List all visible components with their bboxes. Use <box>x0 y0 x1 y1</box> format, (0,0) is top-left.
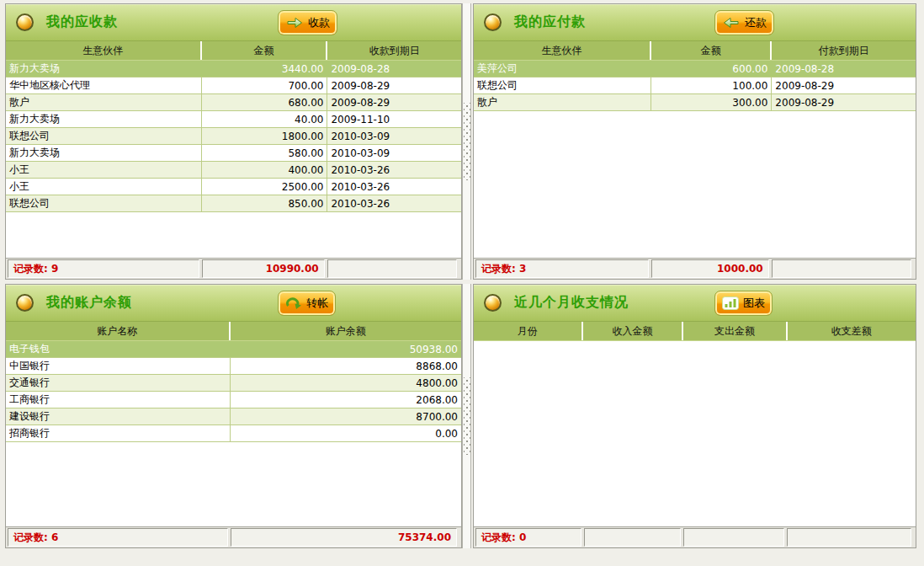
table-cell: 2009-11-10 <box>327 111 461 127</box>
button-label: 收款 <box>308 15 330 30</box>
table-row[interactable]: 新力大卖场3440.002009-08-28 <box>6 61 461 77</box>
panel-monthly-summary: 近几个月收支情况 图表 月份收入金额支出金额收支差额 记录数: 0 <box>473 284 916 548</box>
header-cell: 收入金额 <box>583 322 684 340</box>
table-cell: 100.00 <box>651 77 772 93</box>
panel-receivables: 我的应收款 收款 生意伙伴金额收款到期日 新力大卖场3440.002009-08… <box>5 3 462 280</box>
status-orb-icon <box>16 13 34 31</box>
table-body: 新力大卖场3440.002009-08-28华中地区核心代理700.002009… <box>6 61 461 258</box>
table-cell: 新力大卖场 <box>6 145 202 161</box>
header-cell: 账户名称 <box>6 322 231 340</box>
panel-titlebar: 我的账户余额 转帐 <box>6 285 461 322</box>
table-row[interactable]: 建设银行8700.00 <box>6 408 461 425</box>
table-cell: 工商银行 <box>6 392 231 408</box>
footer-total <box>772 259 911 278</box>
table-cell: 3440.00 <box>202 61 328 77</box>
footer-total <box>584 528 682 547</box>
table-row[interactable]: 联想公司1800.002010-03-09 <box>6 128 461 145</box>
splitter-grip-icon <box>464 377 470 455</box>
chart-button[interactable]: 图表 <box>714 291 773 316</box>
table-cell: 交通银行 <box>6 375 231 391</box>
footer-total: 10990.00 <box>202 259 325 278</box>
status-orb-icon <box>484 13 502 31</box>
table-cell: 4800.00 <box>231 375 461 391</box>
transfer-button[interactable]: 转帐 <box>278 291 336 316</box>
table-cell: 2009-08-29 <box>772 94 916 110</box>
panel-title: 我的应付款 <box>514 13 586 31</box>
status-bar: 记录数: 0 <box>474 526 916 547</box>
panel-account-balance: 我的账户余额 转帐 账户名称账户余额 电子钱包50938.00中国银行8868.… <box>5 284 462 548</box>
vertical-splitter-top[interactable] <box>462 3 471 280</box>
table-cell: 联想公司 <box>6 128 202 144</box>
header-cell: 付款到期日 <box>772 41 916 60</box>
table-row[interactable]: 中国银行8868.00 <box>6 358 461 375</box>
vertical-splitter-bottom[interactable] <box>462 284 471 548</box>
footer-total: 1000.00 <box>651 259 768 278</box>
table-cell: 8700.00 <box>231 408 461 424</box>
table-row[interactable]: 交通银行4800.00 <box>6 375 461 392</box>
table-cell: 招商银行 <box>6 425 231 441</box>
table-row[interactable]: 电子钱包50938.00 <box>6 341 461 358</box>
collect-button[interactable]: 收款 <box>278 10 337 35</box>
panel-title: 近几个月收支情况 <box>514 294 629 312</box>
table-row[interactable]: 小王2500.002010-03-26 <box>6 179 461 195</box>
record-count: 记录数: 6 <box>8 528 228 547</box>
table-header: 生意伙伴金额付款到期日 <box>474 41 916 61</box>
table-row[interactable]: 散户300.002009-08-29 <box>474 94 916 111</box>
header-cell: 金额 <box>202 41 328 60</box>
table-cell: 散户 <box>6 94 202 110</box>
button-label: 转帐 <box>306 296 328 311</box>
footer-total <box>683 528 783 547</box>
record-count: 记录数: 3 <box>475 259 649 278</box>
table-row[interactable]: 工商银行2068.00 <box>6 392 461 408</box>
table-cell: 400.00 <box>202 162 328 178</box>
table-row[interactable]: 美萍公司600.002009-08-28 <box>474 61 916 77</box>
status-bar: 记录数: 675374.00 <box>6 526 461 547</box>
table-cell: 8868.00 <box>231 358 461 374</box>
table-cell: 小王 <box>6 179 202 195</box>
header-cell: 收款到期日 <box>327 41 461 60</box>
table-body: 美萍公司600.002009-08-28联想公司100.002009-08-29… <box>474 61 916 258</box>
table-cell: 2009-08-29 <box>772 77 916 93</box>
header-cell: 收支差额 <box>788 322 916 340</box>
table-cell: 散户 <box>474 94 651 110</box>
table-row[interactable]: 联想公司100.002009-08-29 <box>474 77 916 94</box>
repay-button[interactable]: 还款 <box>714 10 774 35</box>
table-cell: 0.00 <box>231 425 461 441</box>
button-label: 还款 <box>745 15 767 30</box>
table-cell: 2009-08-28 <box>327 61 461 77</box>
header-cell: 生意伙伴 <box>474 41 651 60</box>
table-cell: 700.00 <box>202 77 328 93</box>
table-row[interactable]: 小王400.002010-03-26 <box>6 162 461 179</box>
table-row[interactable]: 新力大卖场580.002010-03-09 <box>6 145 461 162</box>
table-cell: 40.00 <box>202 111 328 127</box>
record-count: 记录数: 0 <box>475 528 581 547</box>
table-row[interactable]: 新力大卖场40.002009-11-10 <box>6 111 461 128</box>
status-bar: 记录数: 910990.00 <box>6 258 461 279</box>
status-bar: 记录数: 31000.00 <box>474 258 916 279</box>
table-cell: 2010-03-09 <box>327 128 461 144</box>
table-row[interactable]: 招商银行0.00 <box>6 425 461 442</box>
table-row[interactable]: 散户680.002009-08-29 <box>6 94 461 111</box>
table-cell: 联想公司 <box>474 77 651 93</box>
table-cell: 2010-03-26 <box>327 162 461 178</box>
table-header: 账户名称账户余额 <box>6 322 461 341</box>
panel-title: 我的账户余额 <box>46 294 132 312</box>
footer-total <box>327 259 457 278</box>
dashboard-page: 我的应收款 收款 生意伙伴金额收款到期日 新力大卖场3440.002009-08… <box>0 0 924 566</box>
table-cell: 1800.00 <box>202 128 328 144</box>
header-cell: 支出金额 <box>683 322 787 340</box>
table-cell: 新力大卖场 <box>6 61 202 77</box>
table-cell: 2009-08-29 <box>327 94 461 110</box>
header-cell: 生意伙伴 <box>6 41 202 60</box>
table-cell: 联想公司 <box>6 195 202 211</box>
header-cell: 账户余额 <box>231 322 461 340</box>
header-cell: 金额 <box>651 41 772 60</box>
table-row[interactable]: 华中地区核心代理700.002009-08-29 <box>6 77 461 94</box>
table-cell: 2010-03-09 <box>327 145 461 161</box>
table-row[interactable]: 联想公司850.002010-03-26 <box>6 195 461 212</box>
table-cell: 小王 <box>6 162 202 178</box>
table-cell: 2068.00 <box>231 392 461 408</box>
panel-payables: 我的应付款 还款 生意伙伴金额付款到期日 美萍公司600.002009-08-2… <box>473 3 916 280</box>
panel-title: 我的应收款 <box>46 13 118 31</box>
table-body: 电子钱包50938.00中国银行8868.00交通银行4800.00工商银行20… <box>6 341 461 526</box>
